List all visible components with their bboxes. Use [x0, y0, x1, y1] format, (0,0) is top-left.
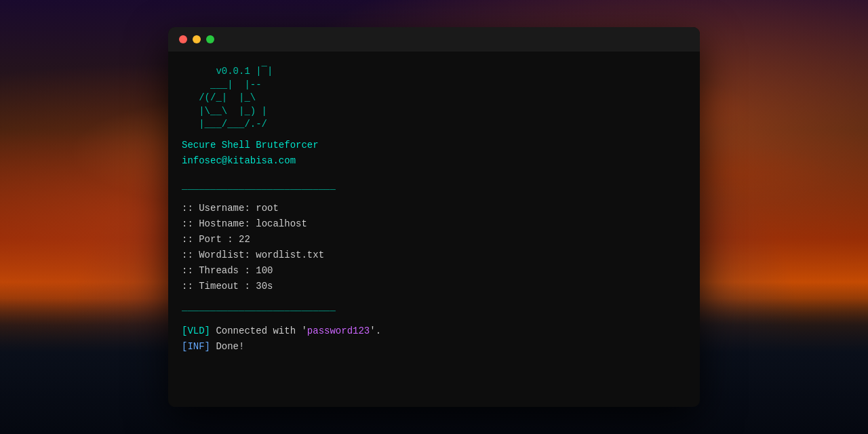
close-button[interactable] — [179, 35, 187, 43]
separator-top: ___________________________ — [182, 179, 686, 193]
terminal-window: v0.0.1 |¯| ___| |-- /(/_| |_\ |\__\ |_) … — [168, 27, 700, 407]
timeout-label: :: Timeout : — [182, 281, 250, 292]
log-vld-line: [VLD] Connected with 'password123'. — [182, 324, 686, 338]
wordlist-label: :: Wordlist: — [182, 250, 250, 260]
timeout-value: 30s — [250, 281, 273, 292]
timeout-line: :: Timeout : 30s — [182, 279, 686, 294]
app-title: Secure Shell Bruteforcer — [182, 138, 686, 153]
app-email: infosec@kitabisa.com — [182, 154, 686, 168]
port-line: :: Port : 22 — [182, 233, 686, 247]
hostname-label: :: Hostname: — [182, 218, 250, 229]
port-value: 22 — [233, 234, 250, 245]
maximize-button[interactable] — [206, 35, 214, 43]
log-vld-text: Connected with ' — [210, 326, 307, 336]
wordlist-line: :: Wordlist: wordlist.txt — [182, 248, 686, 262]
titlebar — [168, 27, 700, 52]
port-label: :: Port : — [182, 234, 233, 245]
ascii-art: v0.0.1 |¯| ___| |-- /(/_| |_\ |\__\ |_) … — [182, 65, 686, 132]
threads-label: :: Threads : — [182, 265, 250, 276]
username-label: :: Username: — [182, 203, 250, 214]
username-line: :: Username: root — [182, 201, 686, 216]
log-inf-line: [INF] Done! — [182, 340, 686, 354]
hostname-value: localhost — [250, 218, 307, 229]
minimize-button[interactable] — [193, 35, 201, 43]
log-inf-text: Done! — [210, 341, 244, 352]
log-vld-end: '. — [370, 326, 381, 336]
separator-bottom: ___________________________ — [182, 300, 686, 315]
threads-line: :: Threads : 100 — [182, 264, 686, 278]
log-vld-bracket: [VLD] — [182, 326, 210, 336]
wordlist-value: wordlist.txt — [250, 250, 324, 260]
username-value: root — [250, 203, 279, 214]
log-inf-bracket: [INF] — [182, 341, 210, 352]
terminal-body: v0.0.1 |¯| ___| |-- /(/_| |_\ |\__\ |_) … — [168, 52, 700, 407]
hostname-line: :: Hostname: localhost — [182, 217, 686, 231]
log-vld-password: password123 — [307, 326, 370, 336]
threads-value: 100 — [250, 265, 273, 276]
